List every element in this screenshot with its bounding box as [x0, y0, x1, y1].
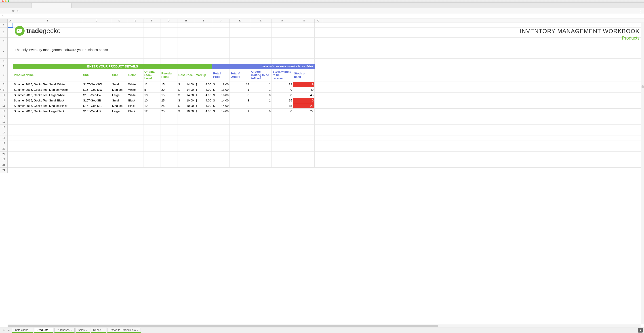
- cell[interactable]: [178, 157, 195, 162]
- cell[interactable]: 25: [160, 98, 178, 103]
- cell[interactable]: [315, 98, 322, 103]
- row-header[interactable]: 11: [0, 98, 7, 103]
- cell[interactable]: [315, 28, 322, 37]
- cell[interactable]: [144, 119, 160, 124]
- cell[interactable]: 1: [250, 98, 272, 103]
- cell[interactable]: [111, 58, 127, 64]
- cell-grid[interactable]: ENTER YOUR PRODUCT DETAILSthese columns …: [8, 23, 644, 173]
- row-header[interactable]: 9: [0, 87, 7, 92]
- cell[interactable]: [230, 38, 250, 45]
- col-header[interactable]: K: [230, 19, 250, 22]
- cell[interactable]: [250, 157, 272, 162]
- cell[interactable]: [82, 157, 111, 162]
- cell[interactable]: [212, 45, 230, 58]
- cell[interactable]: [160, 157, 178, 162]
- cell[interactable]: [272, 152, 293, 157]
- cell[interactable]: [250, 45, 272, 58]
- cell[interactable]: [127, 114, 144, 119]
- cell[interactable]: Summer 2016, Gecko Tee, Small White: [13, 82, 82, 87]
- cell[interactable]: [230, 136, 250, 140]
- cell[interactable]: [212, 114, 230, 119]
- cell[interactable]: [293, 38, 315, 45]
- cell[interactable]: [8, 108, 13, 114]
- cell[interactable]: [13, 130, 82, 135]
- cell[interactable]: S16T-Gec-LB: [82, 108, 111, 114]
- cell[interactable]: [111, 119, 127, 124]
- cell[interactable]: [230, 114, 250, 119]
- cell[interactable]: [250, 114, 272, 119]
- cell[interactable]: S16T-Gec-MW: [82, 87, 111, 92]
- cell[interactable]: White: [127, 92, 144, 98]
- cell[interactable]: [13, 141, 82, 146]
- cell[interactable]: 1: [230, 108, 250, 114]
- cell[interactable]: 0: [250, 108, 272, 114]
- cell[interactable]: 1: [250, 103, 272, 108]
- cell[interactable]: [195, 125, 212, 130]
- cell[interactable]: [212, 28, 230, 37]
- cell[interactable]: [212, 141, 230, 146]
- cell[interactable]: [230, 125, 250, 130]
- cell[interactable]: [8, 23, 13, 28]
- cell[interactable]: [111, 38, 127, 45]
- minimize-window-icon[interactable]: [5, 0, 6, 2]
- cell[interactable]: [13, 23, 82, 28]
- cell[interactable]: [8, 28, 13, 37]
- col-header[interactable]: B: [13, 19, 82, 22]
- col-header[interactable]: G: [160, 19, 178, 22]
- cell[interactable]: [8, 98, 13, 103]
- cell[interactable]: 0: [272, 108, 293, 114]
- cell[interactable]: [212, 130, 230, 135]
- cell[interactable]: [178, 38, 195, 45]
- row-header[interactable]: 19: [0, 141, 7, 146]
- row-header[interactable]: 8: [0, 82, 7, 87]
- cell[interactable]: [82, 125, 111, 130]
- cell[interactable]: [272, 157, 293, 162]
- cell[interactable]: S16T-Gec-SB: [82, 98, 111, 103]
- cell[interactable]: [127, 152, 144, 157]
- cell[interactable]: Medium: [111, 87, 127, 92]
- cell[interactable]: [195, 45, 212, 58]
- cell[interactable]: [250, 58, 272, 64]
- cell[interactable]: S16T-Gec-MB: [82, 103, 111, 108]
- cell[interactable]: $4.00: [195, 108, 212, 114]
- cell[interactable]: [111, 141, 127, 146]
- cell[interactable]: [315, 152, 322, 157]
- cell[interactable]: [82, 152, 111, 157]
- cell[interactable]: [178, 146, 195, 151]
- cell[interactable]: [293, 141, 315, 146]
- cell[interactable]: [315, 92, 322, 98]
- cell[interactable]: [82, 114, 111, 119]
- column-title[interactable]: Product Name: [13, 69, 82, 82]
- cell[interactable]: [13, 119, 82, 124]
- col-header[interactable]: J: [212, 19, 230, 22]
- cell[interactable]: [272, 23, 293, 28]
- cell[interactable]: [127, 141, 144, 146]
- cell[interactable]: [315, 45, 322, 58]
- cell[interactable]: $10.00: [178, 103, 195, 108]
- cell[interactable]: [230, 58, 250, 64]
- column-title[interactable]: Stock waiting to be received: [272, 69, 293, 82]
- cell[interactable]: [160, 136, 178, 140]
- cell[interactable]: [8, 130, 13, 135]
- cell[interactable]: [8, 58, 13, 64]
- cell[interactable]: [144, 38, 160, 45]
- cell[interactable]: [230, 152, 250, 157]
- cell[interactable]: [250, 130, 272, 135]
- cell[interactable]: [8, 82, 13, 87]
- cell[interactable]: [315, 146, 322, 151]
- cell[interactable]: Large: [111, 92, 127, 98]
- formula-bar[interactable]: fx: [0, 14, 644, 19]
- cell[interactable]: [293, 146, 315, 151]
- column-title[interactable]: SKU: [82, 69, 111, 82]
- cell[interactable]: $14.00: [212, 98, 230, 103]
- cell[interactable]: [272, 45, 293, 58]
- cell[interactable]: [8, 87, 13, 92]
- row-header[interactable]: 22: [0, 157, 7, 162]
- cell[interactable]: [195, 119, 212, 124]
- cell[interactable]: 25: [160, 103, 178, 108]
- col-header[interactable]: H: [178, 19, 195, 22]
- cell[interactable]: [293, 28, 315, 37]
- column-title[interactable]: Total # Orders: [230, 69, 250, 82]
- cell[interactable]: S16T-Gec-SW: [82, 82, 111, 87]
- cell[interactable]: Black: [127, 103, 144, 108]
